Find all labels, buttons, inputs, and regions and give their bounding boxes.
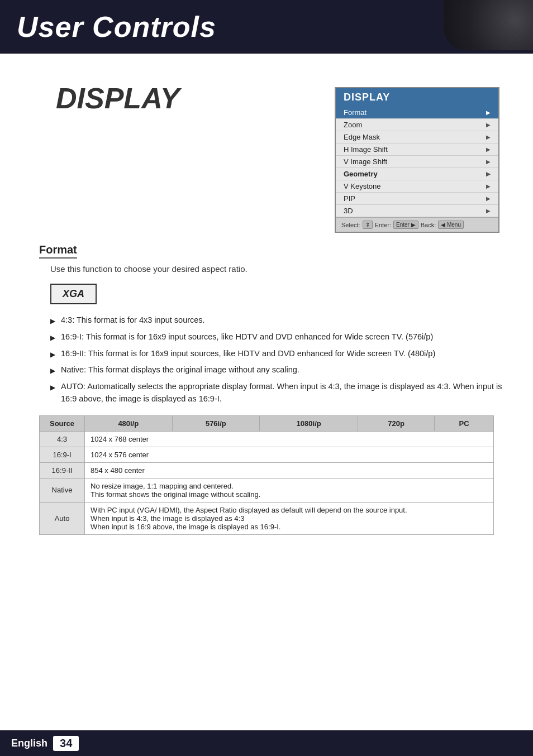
table-header-576: 576i/p (172, 415, 260, 431)
bullet-arrow-icon: ▶ (50, 350, 55, 360)
osd-item-label: Geometry (344, 170, 378, 178)
osd-item-vshift[interactable]: V Image Shift ▶ (336, 156, 498, 168)
table-cell-data: 854 x 480 center (85, 462, 494, 478)
osd-item-label: V Keystone (344, 182, 381, 190)
osd-arrow-format: ▶ (486, 109, 491, 116)
osd-back-btn: ◀ Menu (438, 221, 464, 229)
osd-item-label: Format (344, 108, 367, 117)
table-header-source: Source (40, 415, 85, 431)
bullet-arrow-icon: ▶ (50, 333, 55, 343)
osd-menu: DISPLAY Format ▶ Zoom ▶ Edge Mask ▶ H Im… (335, 87, 499, 233)
osd-item-vkeystone[interactable]: V Keystone ▶ (336, 180, 498, 193)
table-cell-data: No resize image, 1:1 mapping and centere… (85, 478, 494, 502)
page-header: User Controls (0, 0, 533, 54)
list-item-text: AUTO: Automatically selects the appropri… (61, 381, 511, 405)
table-row: 4:3 1024 x 768 center (40, 431, 494, 447)
table-header-720: 720p (358, 415, 435, 431)
bullet-arrow-icon: ▶ (50, 316, 55, 326)
table-cell-data: 1024 x 576 center (85, 447, 494, 462)
osd-item-hshift[interactable]: H Image Shift ▶ (336, 143, 498, 156)
list-item-text: 16:9-II: This format is for 16x9 input s… (61, 348, 435, 360)
format-section-desc: Use this function to choose your desired… (50, 264, 511, 274)
header-decoration (444, 0, 533, 50)
table-cell-source: Native (40, 478, 85, 502)
format-section: Format Use this function to choose your … (22, 243, 511, 535)
bullet-arrow-icon: ▶ (50, 382, 55, 393)
list-item-text: Native: This format displays the origina… (61, 364, 299, 376)
main-content: DISPLAY DISPLAY Format ▶ Zoom ▶ Edge Mas… (0, 54, 533, 556)
list-item-text: 4:3: This format is for 4x3 input source… (61, 314, 205, 327)
osd-arrow-vshift: ▶ (486, 159, 491, 165)
osd-arrow-hshift: ▶ (486, 146, 491, 152)
list-item: ▶ 4:3: This format is for 4x3 input sour… (50, 314, 511, 327)
osd-enter-label: Enter: (375, 222, 391, 228)
format-table: Source 480i/p 576i/p 1080i/p 720p PC 4:3… (39, 415, 494, 535)
list-item: ▶ AUTO: Automatically selects the approp… (50, 381, 511, 405)
osd-footer: Select: ⇕ Enter: Enter ▶ Back: ◀ Menu (336, 217, 498, 232)
table-cell-data: 1024 x 768 center (85, 431, 494, 447)
table-header-1080: 1080i/p (260, 415, 358, 431)
osd-enter-btn: Enter ▶ (393, 221, 418, 229)
osd-item-zoom[interactable]: Zoom ▶ (336, 119, 498, 131)
osd-item-geometry[interactable]: Geometry ▶ (336, 168, 498, 180)
bullet-list: ▶ 4:3: This format is for 4x3 input sour… (50, 314, 511, 405)
osd-select-label: Select: (341, 222, 360, 228)
table-cell-source: 16:9-I (40, 447, 85, 462)
list-item-text: 16:9-I: This format is for 16x9 input so… (61, 331, 433, 343)
osd-item-format[interactable]: Format ▶ (336, 107, 498, 119)
table-header-480: 480i/p (85, 415, 173, 431)
table-header-pc: PC (435, 415, 494, 431)
table-row: Native No resize image, 1:1 mapping and … (40, 478, 494, 502)
osd-item-label: PIP (344, 194, 355, 203)
osd-select-btn: ⇕ (363, 221, 373, 229)
display-label-area: DISPLAY DISPLAY Format ▶ Zoom ▶ Edge Mas… (22, 82, 511, 115)
xga-label: XGA (50, 284, 97, 304)
osd-arrow-geometry: ▶ (486, 171, 491, 177)
osd-arrow-pip: ▶ (486, 195, 491, 202)
page-title: User Controls (17, 10, 216, 44)
osd-item-pip[interactable]: PIP ▶ (336, 193, 498, 205)
table-row: Auto With PC input (VGA/ HDMI), the Aspe… (40, 502, 494, 534)
list-item: ▶ 16:9-I: This format is for 16x9 input … (50, 331, 511, 343)
table-cell-source: Auto (40, 502, 85, 534)
osd-item-label: H Image Shift (344, 145, 388, 154)
osd-item-3d[interactable]: 3D ▶ (336, 205, 498, 217)
osd-arrow-zoom: ▶ (486, 122, 491, 128)
osd-item-label: 3D (344, 207, 353, 215)
list-item: ▶ 16:9-II: This format is for 16x9 input… (50, 348, 511, 360)
table-row: 16:9-II 854 x 480 center (40, 462, 494, 478)
page-footer: English 34 (0, 730, 533, 756)
bullet-arrow-icon: ▶ (50, 366, 55, 376)
osd-item-edgemask[interactable]: Edge Mask ▶ (336, 131, 498, 143)
footer-language: English (11, 738, 47, 749)
table-cell-source: 4:3 (40, 431, 85, 447)
osd-arrow-3d: ▶ (486, 208, 491, 214)
osd-item-label: Edge Mask (344, 133, 380, 141)
osd-arrow-edgemask: ▶ (486, 134, 491, 140)
footer-page: 34 (53, 736, 79, 751)
list-item: ▶ Native: This format displays the origi… (50, 364, 511, 376)
table-cell-source: 16:9-II (40, 462, 85, 478)
osd-menu-title: DISPLAY (336, 88, 498, 107)
osd-item-label: Zoom (344, 121, 362, 129)
table-row: 16:9-I 1024 x 576 center (40, 447, 494, 462)
osd-back-label: Back: (421, 222, 436, 228)
format-section-title: Format (39, 243, 77, 259)
table-cell-data: With PC input (VGA/ HDMI), the Aspect Ra… (85, 502, 494, 534)
osd-item-label: V Image Shift (344, 157, 387, 166)
osd-arrow-vkeystone: ▶ (486, 183, 491, 189)
